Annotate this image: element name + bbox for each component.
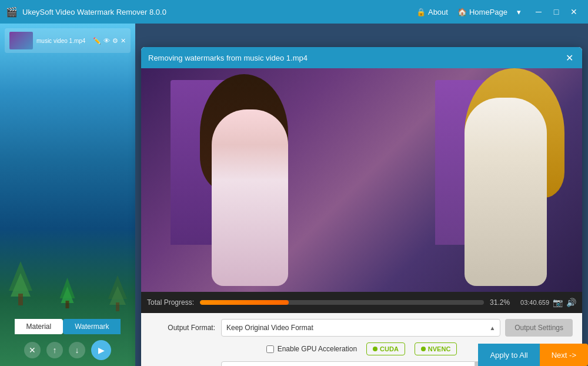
title-bar-controls: ─ □ ✕ (530, 4, 582, 20)
main-layout: music video 1.mp4 ✏️ 👁 ⚙ ✕ (0, 24, 588, 366)
format-select-dropdown[interactable]: Keep Original Video Format ▲ (221, 319, 500, 337)
homepage-link[interactable]: 🏠 HomePage (457, 8, 507, 16)
edit-icon[interactable]: ✏️ (93, 37, 101, 45)
camera-icon[interactable]: 📷 (553, 298, 563, 307)
app-logo-icon: 🎬 (6, 6, 18, 18)
home-icon: 🏠 (457, 8, 467, 16)
sidebar: music video 1.mp4 ✏️ 👁 ⚙ ✕ (0, 24, 135, 366)
title-bar-nav: 🔒 About 🏠 HomePage ▾ (416, 8, 521, 16)
video-area (141, 68, 582, 292)
progress-fill (200, 300, 289, 305)
progress-track (200, 300, 484, 305)
output-format-row: Output Format: Keep Original Video Forma… (151, 319, 573, 337)
person-left (212, 109, 288, 286)
app-title: UkeySoft Video Watermark Remover 8.0.0 (22, 8, 416, 16)
sidebar-action-row: ✕ ↑ ↓ ▶ (0, 340, 135, 366)
dialog-title: Removing watermarks from music video 1.m… (148, 54, 308, 62)
svg-rect-2 (18, 294, 23, 305)
sidebar-file-item: music video 1.mp4 ✏️ 👁 ⚙ ✕ (5, 28, 131, 53)
dropdown-arrow-icon[interactable]: ▾ (517, 8, 521, 16)
format-select-container: Keep Original Video Format ▲ Output Sett… (221, 319, 573, 337)
tree-decoration-left (6, 258, 35, 305)
move-up-button[interactable]: ↑ (46, 342, 63, 358)
output-settings-button[interactable]: Output Settings (505, 319, 573, 337)
apply-all-button[interactable]: Apply to All (478, 344, 539, 366)
eye-icon[interactable]: 👁 (103, 37, 110, 44)
dialog-close-button[interactable]: ✕ (563, 52, 575, 64)
title-bar: 🎬 UkeySoft Video Watermark Remover 8.0.0… (0, 0, 588, 24)
tree-decoration-center (58, 276, 78, 308)
volume-icon[interactable]: 🔊 (566, 298, 576, 307)
progress-label: Total Progress: (147, 298, 194, 307)
minimize-button[interactable]: ─ (530, 4, 547, 20)
svg-rect-5 (116, 302, 119, 311)
sidebar-tabs: Material Watermark (0, 319, 135, 340)
next-button[interactable]: Next -> (540, 344, 588, 366)
move-down-button[interactable]: ↓ (69, 342, 85, 358)
playback-time: 03:40.659 (520, 299, 549, 306)
video-background (141, 68, 582, 292)
tab-watermark[interactable]: Watermark (63, 319, 121, 334)
lock-icon: 🔒 (416, 8, 426, 16)
play-button[interactable]: ▶ (91, 340, 111, 360)
tab-material[interactable]: Material (15, 319, 64, 334)
conversion-dialog: Removing watermarks from music video 1.m… (141, 47, 582, 366)
progress-percent: 31.2% (490, 298, 510, 307)
delete-button[interactable]: ✕ (24, 342, 41, 358)
progress-container: Total Progress: 31.2% 03:40.659 📷 🔊 (141, 292, 582, 313)
maximize-button[interactable]: □ (548, 4, 564, 20)
file-actions: ✏️ 👁 ⚙ ✕ (93, 37, 126, 45)
main-content: Removing watermarks from music video 1.m… (135, 24, 588, 366)
about-link[interactable]: 🔒 About (416, 8, 448, 16)
file-thumbnail (9, 32, 33, 49)
tree-decoration-right (106, 273, 129, 311)
person-right (465, 98, 547, 286)
output-format-label: Output Format: (151, 324, 215, 332)
dialog-title-bar: Removing watermarks from music video 1.m… (141, 47, 582, 68)
bottom-bar: Apply to All Next -> (135, 344, 588, 366)
file-settings-icon[interactable]: ⚙ (112, 37, 118, 45)
svg-rect-8 (66, 301, 69, 308)
file-close-icon[interactable]: ✕ (121, 37, 126, 45)
close-button[interactable]: ✕ (566, 4, 582, 20)
dropdown-arrow-icon: ▲ (489, 325, 495, 331)
